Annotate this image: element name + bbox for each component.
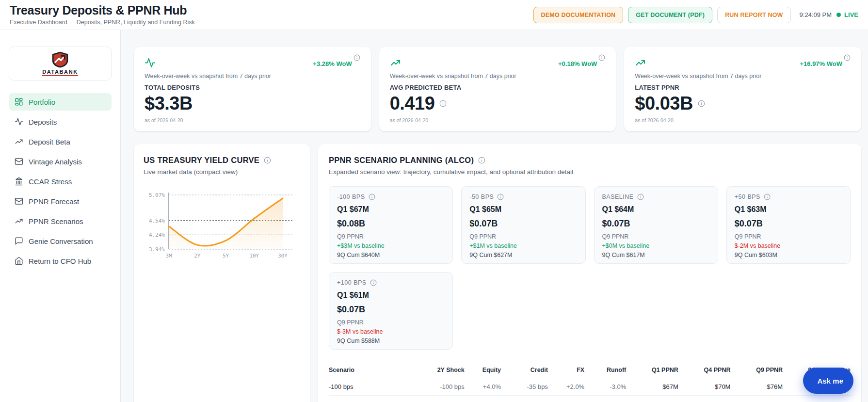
databank-logo-card: DATABANK: [9, 47, 112, 80]
scenario-9q-cumulative: 9Q Cum $627M: [469, 252, 577, 258]
info-icon[interactable]: [698, 100, 705, 107]
kpi-asof: as of 2026-04-20: [635, 117, 851, 123]
info-icon[interactable]: [598, 54, 605, 61]
scenario-billions-value: $0.08B: [337, 219, 445, 229]
svg-text:30Y: 30Y: [278, 253, 288, 259]
scenario-delta-vs-baseline: $-3M vs baseline: [337, 328, 445, 335]
scenario-q9-label: Q9 PPNR: [337, 233, 445, 240]
chat-icon: [15, 237, 23, 245]
breadcrumb-right: Deposits, PPNR, Liquidity and Funding Ri…: [77, 19, 195, 26]
wow-value: +3.28% WoW: [313, 60, 352, 67]
kpi-label: LATEST PPNR: [635, 84, 851, 91]
home-icon: [15, 257, 23, 265]
sidebar-item[interactable]: Genie Conversation: [9, 232, 112, 250]
scenario-table-cell: $65M: [626, 396, 678, 402]
kpi-note: Week-over-week vs snapshot from 7 days p…: [145, 73, 360, 80]
svg-text:5Y: 5Y: [223, 253, 229, 259]
kpi-card: +16.97% WoW Week-over-week vs snapshot f…: [624, 47, 861, 131]
scenario-q9-label: Q9 PPNR: [337, 319, 445, 326]
wow-value: +0.18% WoW: [558, 60, 597, 67]
page-title: Treasury Deposits & PPNR Hub: [10, 4, 195, 17]
sidebar-item-label: PPNR Scenarios: [29, 217, 83, 225]
run-report-now-button[interactable]: RUN REPORT NOW: [717, 7, 790, 23]
scenario-tile-label: -100 BPS: [337, 193, 365, 200]
sidebar-item-label: Genie Conversation: [29, 237, 93, 245]
trending-up-icon: [390, 57, 401, 68]
info-icon[interactable]: [844, 54, 851, 61]
scenario-q1-value: Q1 $65M: [469, 205, 577, 214]
sidebar-item[interactable]: PPNR Scenarios: [9, 212, 112, 230]
info-icon[interactable]: [497, 193, 504, 200]
info-icon[interactable]: [264, 157, 271, 164]
sidebar-item[interactable]: PPNR Forecast: [9, 193, 112, 210]
scenario-table-header: 2Y Shock: [391, 362, 465, 378]
svg-text:4.54%: 4.54%: [149, 218, 165, 224]
scenario-tile[interactable]: BASELINE Q1 $64M $0.07B Q9 PPNR +$0M vs …: [594, 186, 718, 264]
scenario-table-cell: -35 bps: [501, 378, 548, 396]
scenario-subtitle: Expanded scenario view: trajectory, cumu…: [329, 168, 851, 176]
activity-icon: [145, 57, 156, 68]
info-icon[interactable]: [354, 54, 360, 61]
sidebar-item[interactable]: Portfolio: [9, 93, 112, 111]
scenario-table-cell: $69M: [678, 396, 731, 402]
scenario-table-cell: +2.0%: [465, 396, 501, 402]
ppnr-scenario-card: PPNR SCENARIO PLANNING (ALCO) Expanded s…: [318, 144, 861, 402]
scenario-table-cell: +2.0%: [548, 378, 584, 396]
sidebar-item-label: CCAR Stress: [29, 177, 72, 186]
demo-documentation-button[interactable]: DEMO DOCUMENTATION: [533, 7, 624, 23]
yield-curve-subtitle: Live market data (compact view): [144, 168, 300, 176]
wow-badge: +0.18% WoW: [558, 60, 605, 67]
scenario-table-header-row: Scenario2Y ShockEquityCreditFXRunoffQ1 P…: [329, 362, 851, 378]
scenario-table: Scenario2Y ShockEquityCreditFXRunoffQ1 P…: [329, 362, 851, 402]
sidebar-item-label: Portfolio: [29, 98, 55, 106]
info-icon[interactable]: [439, 100, 447, 107]
scenario-table-cell: $70M: [678, 378, 731, 396]
sidebar-item[interactable]: Return to CFO Hub: [9, 252, 112, 270]
scenario-table-cell: -3.0%: [584, 378, 626, 396]
scenario-tile[interactable]: +50 BPS Q1 $63M $0.07B Q9 PPNR $-2M vs b…: [726, 186, 851, 264]
scenario-tile[interactable]: +100 BPS Q1 $61M $0.07B Q9 PPNR $-3M vs …: [329, 272, 453, 350]
svg-text:10Y: 10Y: [249, 253, 259, 259]
info-icon[interactable]: [369, 193, 375, 200]
yield-curve-chart: 3.94%4.24%4.54%5.07%3M2Y5Y10Y30Y: [143, 190, 301, 263]
scenario-table-header: FX: [548, 362, 584, 378]
grid-icon: [15, 97, 23, 106]
ask-me-button[interactable]: Ask me: [803, 368, 853, 394]
scenario-table-cell: -100 bps: [329, 378, 391, 396]
sidebar-item[interactable]: Vintage Analysis: [9, 153, 112, 170]
scenario-tile-label: +100 BPS: [337, 279, 367, 286]
info-icon[interactable]: [764, 193, 771, 200]
scenario-tile[interactable]: -100 BPS Q1 $67M $0.08B Q9 PPNR +$3M vs …: [329, 186, 453, 264]
sidebar-item[interactable]: CCAR Stress: [9, 173, 112, 190]
info-icon[interactable]: [478, 157, 485, 164]
scenario-table-header: Credit: [501, 362, 548, 378]
scenario-tile-label: -50 BPS: [469, 193, 494, 200]
scenario-table-cell: -15 bps: [501, 396, 548, 402]
scenario-tile[interactable]: -50 BPS Q1 $65M $0.07B Q9 PPNR +$1M vs b…: [461, 186, 585, 264]
info-icon[interactable]: [637, 193, 644, 200]
scenario-q9-label: Q9 PPNR: [602, 233, 710, 240]
yield-curve-card: US TREASURY YIELD CURVE Live market data…: [134, 144, 310, 402]
yield-curve-title-row: US TREASURY YIELD CURVE: [144, 156, 300, 165]
scenario-table-cell: -50 bps: [391, 396, 465, 402]
scenario-delta-vs-baseline: +$3M vs baseline: [337, 242, 445, 249]
trending-up-icon: [15, 217, 23, 225]
wow-badge: +3.28% WoW: [313, 60, 360, 67]
kpi-asof: as of 2026-04-20: [390, 117, 606, 123]
mail-icon: [15, 157, 23, 166]
scenario-billions-value: $0.07B: [602, 219, 710, 229]
scenario-tile-label: +50 BPS: [735, 193, 760, 200]
activity-icon: [15, 117, 23, 126]
get-document-pdf-button[interactable]: GET DOCUMENT (PDF): [628, 7, 712, 23]
sidebar-item[interactable]: Deposits: [9, 113, 112, 130]
kpi-value: 0.419: [390, 93, 606, 114]
scenario-table-cell: -1.0%: [584, 396, 626, 402]
databank-logo-text: DATABANK: [42, 69, 78, 76]
scenario-table-cell: $74M: [730, 396, 783, 402]
info-icon[interactable]: [370, 279, 377, 286]
scenario-table-header: Equity: [465, 362, 501, 378]
kpi-note: Week-over-week vs snapshot from 7 days p…: [390, 73, 606, 80]
sidebar-item-label: Deposits: [29, 118, 57, 126]
clock: 9:24:09 PM: [800, 11, 832, 18]
sidebar-item[interactable]: Deposit Beta: [9, 133, 112, 150]
